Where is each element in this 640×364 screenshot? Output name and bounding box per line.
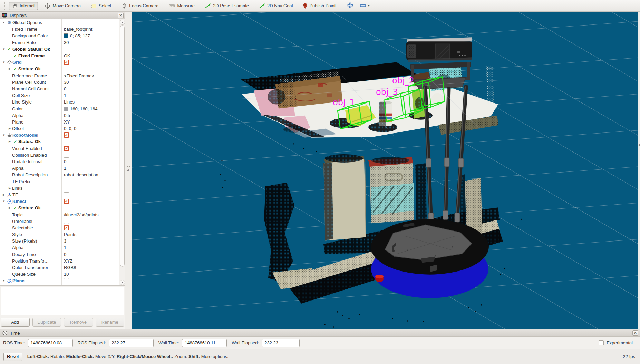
displays-panel-titlebar[interactable]: Displays ✕ [0, 12, 125, 19]
property-value[interactable]: 160; 160; 164 [70, 106, 98, 111]
property-row-style[interactable]: StylePoints [0, 231, 119, 238]
property-row-color[interactable]: Color160; 160; 164 [0, 105, 119, 112]
property-row-kinect[interactable]: ▼Kinect✓ [0, 198, 119, 205]
property-row-background-color[interactable]: Background Color0; 85; 127 [0, 32, 119, 39]
property-row-queue-size[interactable]: Queue Size10 [0, 271, 119, 277]
property-value[interactable]: 3 [64, 238, 66, 244]
add-tool-button[interactable] [345, 1, 355, 10]
color-swatch[interactable] [64, 33, 68, 38]
wall-elapsed-input[interactable] [262, 339, 300, 347]
property-row-global-options[interactable]: ▼⚙Global Options [0, 19, 119, 26]
property-row-robot-description[interactable]: Robot Descriptionrobot_description [0, 171, 119, 178]
property-row-topic[interactable]: Topic/kinect2/sd/points [0, 211, 119, 218]
expander-icon[interactable]: ▼ [1, 200, 6, 203]
property-value[interactable]: 1 [64, 93, 66, 98]
property-row-alpha[interactable]: Alpha1 [0, 165, 119, 171]
time-panel-titlebar[interactable]: Time ✕ [0, 329, 640, 337]
color-swatch[interactable] [64, 107, 68, 111]
expander-icon[interactable]: ▼ [1, 21, 6, 24]
panel-splitter[interactable]: ◀ [125, 12, 132, 329]
enable-checkbox[interactable]: ✓ [64, 225, 69, 230]
tool-move-camera[interactable]: Move Camera [41, 2, 84, 10]
property-row-color-transformer[interactable]: Color TransformerRGB8 [0, 264, 119, 271]
expander-icon[interactable]: ▶ [7, 206, 12, 209]
enable-checkbox[interactable]: ✓ [64, 146, 69, 151]
property-row-normal-cell-count[interactable]: Normal Cell Count0 [0, 86, 119, 92]
property-row-links[interactable]: ▶Links [0, 185, 119, 191]
property-value[interactable]: RGB8 [64, 265, 76, 270]
tool-select[interactable]: Select [88, 2, 115, 10]
tool-interact[interactable]: Interact [9, 2, 38, 10]
tool-publish-point[interactable]: Publish Point [300, 2, 339, 10]
property-row-plane[interactable]: PlaneXY [0, 119, 119, 125]
scroll-down-icon[interactable]: ▼ [120, 280, 125, 285]
expander-icon[interactable]: ▼ [1, 61, 6, 64]
property-row-topic[interactable]: Topic [0, 284, 119, 286]
property-row-visual-enabled[interactable]: Visual Enabled✓ [0, 145, 119, 152]
expander-icon[interactable]: ▶ [1, 193, 6, 196]
property-row-plane[interactable]: ▼Plane [0, 277, 119, 284]
property-row-decay-time[interactable]: Decay Time0 [0, 251, 119, 258]
tool-2d-nav-goal[interactable]: 2D Nav Goal [256, 2, 296, 10]
property-value[interactable]: /kinect2/sd/points [64, 212, 98, 217]
displays-scrollbar[interactable]: ▲ ▼ [119, 19, 125, 285]
property-row-unreliable[interactable]: Unreliable [0, 218, 119, 225]
expander-icon[interactable]: ▶ [7, 127, 12, 130]
property-value[interactable]: 0 [64, 86, 66, 91]
rename-button[interactable]: Rename [96, 318, 125, 327]
property-value[interactable]: 0.5 [64, 113, 70, 118]
expander-icon[interactable]: ▼ [1, 134, 6, 137]
enable-checkbox[interactable] [64, 219, 69, 224]
property-row-update-interval[interactable]: Update Interval0 [0, 158, 119, 165]
tool-focus-camera[interactable]: Focus Camera [118, 2, 162, 10]
property-row-collision-enabled[interactable]: Collision Enabled [0, 152, 119, 158]
property-value[interactable]: XY [64, 119, 70, 125]
property-row-alpha[interactable]: Alpha1 [0, 244, 119, 251]
expander-icon[interactable]: ▶ [7, 187, 12, 190]
duplicate-button[interactable]: Duplicate [32, 318, 61, 327]
property-row-plane-cell-count[interactable]: Plane Cell Count30 [0, 79, 119, 86]
property-row-status-ok[interactable]: ▶✓Status: Ok [0, 205, 119, 211]
scroll-up-icon[interactable]: ▲ [120, 20, 125, 25]
expander-icon[interactable]: ▼ [1, 279, 6, 282]
toolbar-drag-handle[interactable] [3, 2, 5, 10]
property-row-offset[interactable]: ▶Offset0; 0; 0 [0, 125, 119, 132]
enable-checkbox[interactable] [64, 192, 69, 197]
tool-measure[interactable]: Measure [165, 2, 198, 10]
property-value[interactable]: Lines [64, 99, 75, 105]
remove-tool-button[interactable]: ▼ [358, 2, 372, 9]
expander-icon[interactable]: ▶ [7, 140, 12, 143]
property-value[interactable]: 0; 0; 0 [64, 126, 76, 131]
property-value[interactable]: 30 [64, 40, 69, 45]
scrollbar-thumb[interactable] [120, 25, 125, 267]
expander-icon[interactable]: ▼ [1, 48, 6, 51]
enable-checkbox[interactable]: ✓ [64, 132, 69, 138]
property-row-robotmodel[interactable]: ▼RobotModel✓ [0, 132, 119, 138]
right-panel-splitter[interactable]: ◀ [638, 12, 640, 329]
property-row-alpha[interactable]: Alpha0.5 [0, 112, 119, 119]
enable-checkbox[interactable] [64, 153, 69, 158]
close-icon[interactable]: ✕ [632, 330, 638, 336]
property-row-size-pixels[interactable]: Size (Pixels)3 [0, 238, 119, 244]
property-value[interactable]: OK [64, 53, 70, 58]
property-row-status-ok[interactable]: ▶✓Status: Ok [0, 66, 119, 72]
reset-button[interactable]: Reset [3, 353, 22, 361]
ros-time-input[interactable] [28, 339, 73, 347]
property-row-global-status-ok[interactable]: ▼✓Global Status: Ok [0, 46, 119, 52]
expander-icon[interactable]: ▶ [7, 67, 12, 70]
property-row-frame-rate[interactable]: Frame Rate30 [0, 39, 119, 46]
property-value[interactable]: <Fixed Frame> [64, 73, 94, 78]
property-row-fixed-frame[interactable]: ✓Fixed FrameOK [0, 52, 119, 59]
tool-2d-pose-estimate[interactable]: 2D Pose Estimate [202, 2, 252, 10]
property-value[interactable]: Points [64, 232, 76, 237]
property-value[interactable]: 0; 85; 127 [70, 33, 90, 38]
collapse-right-icon[interactable]: ◀ [638, 144, 640, 146]
wall-time-input[interactable] [182, 339, 227, 347]
close-icon[interactable]: ✕ [118, 13, 124, 18]
property-row-selectable[interactable]: Selectable✓ [0, 225, 119, 231]
property-row-tf-prefix[interactable]: TF Prefix [0, 178, 119, 185]
property-value[interactable]: 0 [64, 252, 66, 257]
3d-viewport[interactable]: obj_1 obj_2 obj_3 [132, 12, 638, 329]
property-value[interactable]: 30 [64, 80, 69, 85]
property-value[interactable]: 10 [64, 272, 69, 277]
